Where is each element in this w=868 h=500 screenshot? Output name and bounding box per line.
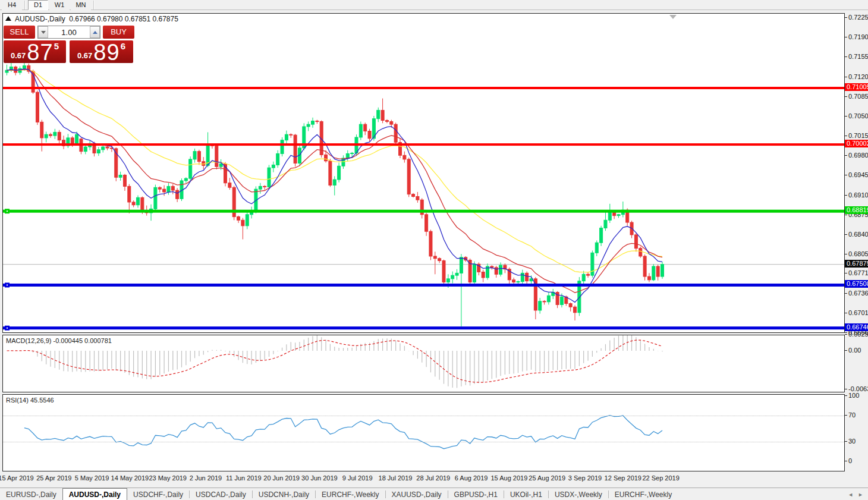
candle: [521, 273, 524, 281]
candle: [617, 215, 620, 216]
chart-tab-eurusd-daily[interactable]: EURUSD-,Daily: [0, 488, 62, 500]
candle: [543, 301, 546, 302]
macd-canvas: [3, 335, 844, 392]
candle: [604, 220, 607, 228]
line-anchor-dot: [7, 210, 8, 212]
timeframe-button-mn[interactable]: MN: [71, 0, 91, 10]
tab-scroll-arrows: ◄►: [848, 488, 868, 500]
buy-button[interactable]: BUY: [103, 26, 134, 39]
line-price-label: 0.67508: [845, 280, 868, 288]
candle: [407, 159, 410, 194]
timeframe-button-w1[interactable]: W1: [49, 0, 70, 10]
symbol-triangle-icon: [5, 16, 11, 21]
candle: [639, 249, 642, 256]
price-axis-tick: [845, 313, 847, 313]
volume-input[interactable]: [48, 26, 90, 38]
chart-tab-usdchf-daily[interactable]: USDCHF-,Daily: [127, 488, 189, 500]
chart-tab-ukoil-h1[interactable]: UKOil-,H1: [504, 488, 548, 500]
candle: [281, 140, 284, 154]
buy-price-quote[interactable]: 0.67 89 6: [70, 40, 133, 63]
candle: [451, 275, 454, 279]
line-anchor-dot: [7, 328, 8, 329]
rsi-axis-label: 0: [848, 457, 852, 464]
candle: [285, 134, 288, 140]
price-axis-tick: [845, 116, 847, 117]
candle: [338, 166, 341, 180]
timeframe-button-h4[interactable]: H4: [2, 0, 22, 10]
candle: [18, 68, 21, 73]
candle: [446, 279, 449, 282]
candle: [499, 265, 502, 274]
candle: [154, 187, 157, 209]
rsi-axis-label: 70: [848, 411, 856, 419]
buy-price-main: 89: [93, 42, 119, 62]
candle: [106, 147, 109, 148]
timeframe-toolbar: H4D1W1MN: [0, 0, 868, 10]
date-axis-label: 23 May 2019: [149, 474, 187, 482]
price-axis[interactable]: 0.722500.719000.715500.712000.708500.705…: [845, 0, 868, 500]
candle: [276, 153, 279, 165]
candle: [316, 121, 319, 121]
candle: [167, 186, 170, 191]
trading-terminal: H4D1W1MN AUDUSD-,Daily 0.67966 0.67980 0…: [0, 0, 868, 500]
candle: [442, 261, 445, 282]
rsi-axis-tick: [845, 395, 847, 396]
candle: [176, 190, 179, 199]
tab-scroll-right-icon[interactable]: ►: [858, 492, 863, 498]
rsi-indicator-panel[interactable]: RSI(14) 45.5546: [2, 394, 845, 471]
chart-tab-audusd-daily[interactable]: AUDUSD-,Daily: [62, 488, 127, 500]
candle: [158, 187, 161, 189]
candle: [49, 134, 52, 136]
candle: [368, 131, 371, 139]
line-anchor-dot: [7, 284, 8, 285]
sell-button[interactable]: SELL: [4, 26, 35, 39]
volume-decrease-button[interactable]: [38, 26, 48, 38]
rsi-level-line: [3, 416, 844, 416]
candle: [377, 110, 380, 118]
buy-price-pip: 6: [121, 41, 125, 51]
sell-price-quote[interactable]: 0.67 87 5: [4, 40, 66, 63]
current-price-label: 0.67875: [845, 260, 868, 268]
price-axis-tick: [845, 136, 847, 136]
date-axis-label: 15 Apr 2019: [0, 474, 34, 482]
date-axis-label: 25 Aug 2019: [529, 474, 565, 482]
tab-scroll-left-icon[interactable]: ◄: [848, 492, 853, 498]
candle: [647, 276, 650, 280]
toolbar-separator: [24, 1, 26, 10]
chart-tab-xauusd-daily[interactable]: XAUUSD-,Daily: [386, 488, 448, 500]
date-axis-label: 12 Sep 2019: [605, 474, 641, 482]
price-axis-tick: [845, 234, 847, 235]
price-axis-label: 0.69800: [848, 152, 868, 159]
horizontal-line: [3, 143, 844, 146]
price-axis-tick: [845, 77, 847, 77]
candle: [246, 215, 249, 226]
candle: [219, 163, 222, 166]
price-axis-tick: [845, 155, 847, 156]
macd-indicator-panel[interactable]: MACD(12,26,9) -0.000445 0.000781: [2, 335, 845, 392]
candle: [215, 146, 218, 166]
candle: [294, 135, 297, 163]
candle: [184, 178, 187, 181]
macd-label: MACD(12,26,9) -0.000445 0.000781: [6, 337, 112, 344]
macd-axis-tick: [845, 350, 847, 351]
chart-tab-eurchf-weekly[interactable]: EURCHF-,Weekly: [609, 488, 678, 500]
price-axis-tick: [845, 195, 847, 196]
volume-increase-button[interactable]: [90, 26, 100, 38]
candle: [197, 152, 200, 162]
candle: [613, 212, 616, 216]
chart-tab-eurchf-weekly[interactable]: EURCHF-,Weekly: [316, 488, 385, 500]
price-axis-label: 0.67710: [848, 269, 868, 276]
date-axis-label: 18 Jul 2019: [379, 474, 413, 482]
chart-tab-usdcnh-daily[interactable]: USDCNH-,Daily: [253, 488, 315, 500]
chart-tab-gbpusd-h1[interactable]: GBPUSD-,H1: [448, 488, 504, 500]
chart-tab-usdx-weekly[interactable]: USDX-,Weekly: [549, 488, 608, 500]
date-axis[interactable]: 15 Apr 201925 Apr 20195 May 201914 May 2…: [0, 473, 868, 485]
chart-tab-usdcad-daily[interactable]: USDCAD-,Daily: [190, 488, 252, 500]
candle: [661, 265, 664, 276]
chart-shift-marker-icon: [669, 15, 677, 19]
timeframe-button-d1[interactable]: D1: [28, 0, 48, 10]
candle: [272, 165, 275, 168]
candle: [473, 264, 476, 282]
candle: [76, 134, 78, 143]
candle: [582, 274, 585, 281]
